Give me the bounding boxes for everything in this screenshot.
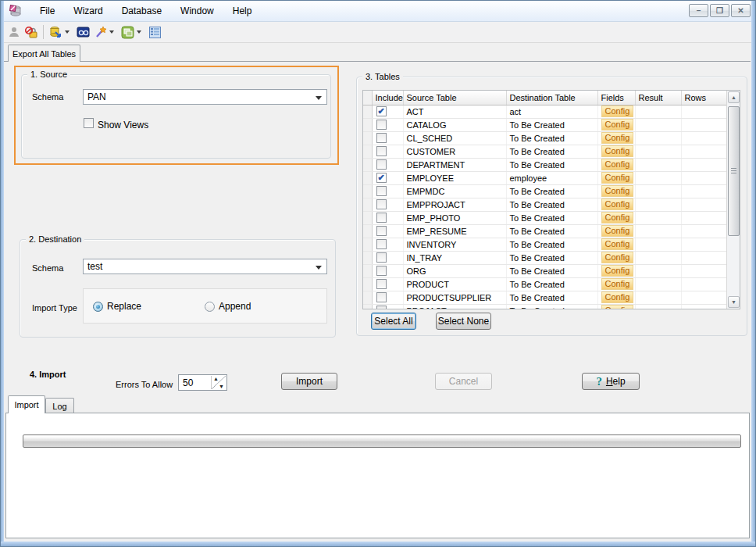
source-table-cell[interactable]: IN_TRAY — [403, 251, 506, 264]
config-button[interactable]: Config — [601, 105, 634, 117]
destination-table-cell[interactable]: To Be Created — [506, 198, 597, 211]
menu-item-wizard[interactable]: Wizard — [64, 1, 112, 21]
config-button[interactable]: Config — [601, 145, 634, 157]
destination-table-cell[interactable]: To Be Created — [506, 118, 597, 131]
destination-table-cell[interactable]: To Be Created — [506, 145, 597, 158]
destination-table-cell[interactable]: To Be Created — [506, 304, 597, 309]
destination-table-cell[interactable]: To Be Created — [506, 238, 597, 251]
cancel-button[interactable]: Cancel — [435, 373, 492, 390]
menu-item-database[interactable]: Database — [112, 1, 171, 21]
config-button[interactable]: Config — [601, 238, 634, 250]
row-selector[interactable] — [363, 238, 372, 251]
destination-table-cell[interactable]: To Be Created — [506, 277, 597, 291]
config-button[interactable]: Config — [601, 305, 634, 309]
row-selector[interactable] — [363, 224, 372, 238]
col-source-table[interactable]: Source Table — [403, 91, 506, 105]
scroll-down-arrow-icon[interactable]: ▼ — [728, 296, 740, 308]
minimize-button[interactable]: – — [689, 4, 708, 17]
config-button[interactable]: Config — [601, 119, 634, 130]
include-checkbox[interactable]: ✔ — [376, 173, 387, 183]
include-checkbox[interactable] — [376, 252, 387, 263]
config-button[interactable]: Config — [601, 252, 634, 263]
source-table-cell[interactable]: DEPARTMENT — [403, 158, 506, 171]
col-rows[interactable]: Rows — [681, 91, 727, 105]
include-checkbox[interactable] — [376, 292, 387, 302]
row-selector[interactable] — [363, 158, 372, 171]
col-include[interactable]: Include — [372, 91, 403, 105]
export-database-icon[interactable] — [47, 23, 64, 41]
destination-table-cell[interactable]: To Be Created — [506, 184, 597, 198]
source-table-cell[interactable]: INVENTORY — [403, 238, 506, 251]
source-table-cell[interactable]: ORG — [403, 264, 506, 277]
include-checkbox[interactable] — [376, 133, 387, 143]
config-button[interactable]: Config — [601, 265, 634, 277]
destination-schema-combobox[interactable]: test — [83, 259, 327, 274]
wizard-dropdown-arrow[interactable] — [109, 30, 114, 34]
config-button[interactable]: Config — [601, 172, 634, 184]
config-button[interactable]: Config — [601, 185, 634, 197]
row-selector[interactable] — [363, 131, 372, 145]
tab-import[interactable]: Import — [8, 395, 45, 413]
source-table-cell[interactable]: EMPPROJACT — [403, 198, 506, 211]
include-checkbox[interactable] — [376, 186, 387, 196]
include-checkbox[interactable] — [376, 159, 387, 170]
config-button[interactable]: Config — [601, 159, 634, 170]
destination-table-cell[interactable]: employee — [506, 171, 597, 184]
close-button[interactable]: ✕ — [731, 4, 751, 17]
append-radio[interactable]: Append — [205, 301, 251, 312]
col-result[interactable]: Result — [635, 91, 681, 105]
row-selector[interactable] — [363, 264, 372, 277]
select-none-button[interactable]: Select None — [436, 313, 491, 330]
source-table-cell[interactable]: EMP_RESUME — [403, 224, 506, 238]
tab-export-all-tables[interactable]: Export All Tables — [8, 45, 80, 62]
help-button[interactable]: ? Help — [582, 373, 640, 390]
row-selector[interactable] — [363, 277, 372, 291]
grid-list-icon[interactable] — [146, 23, 163, 41]
include-checkbox[interactable] — [376, 239, 387, 249]
include-checkbox[interactable] — [376, 146, 387, 156]
sql-monitor-icon[interactable] — [74, 23, 91, 41]
include-checkbox[interactable] — [376, 279, 387, 289]
include-checkbox[interactable] — [376, 120, 387, 130]
export-dropdown-arrow[interactable] — [65, 30, 70, 34]
col-fields[interactable]: Fields — [597, 91, 635, 105]
include-checkbox[interactable] — [376, 306, 387, 309]
row-selector[interactable] — [363, 198, 372, 211]
source-table-cell[interactable]: PRODUCT — [403, 277, 506, 291]
include-checkbox[interactable] — [376, 226, 387, 236]
include-checkbox[interactable] — [376, 266, 387, 276]
source-table-cell[interactable]: PROJACT — [403, 304, 506, 309]
source-table-cell[interactable]: CUSTOMER — [403, 145, 506, 158]
col-destination-table[interactable]: Destination Table — [506, 91, 597, 105]
source-table-cell[interactable]: CATALOG — [403, 118, 506, 131]
destination-table-cell[interactable]: To Be Created — [506, 224, 597, 238]
destination-table-cell[interactable]: To Be Created — [506, 251, 597, 264]
destination-table-cell[interactable]: To Be Created — [506, 291, 597, 304]
config-button[interactable]: Config — [601, 291, 634, 303]
select-all-button[interactable]: Select All — [371, 313, 416, 330]
config-button[interactable]: Config — [601, 212, 634, 223]
import-button[interactable]: Import — [281, 373, 337, 390]
row-selector[interactable] — [363, 171, 372, 184]
row-selector[interactable] — [363, 105, 372, 118]
spinner-updown-icon[interactable]: ▲▼ — [211, 376, 226, 389]
row-selector[interactable] — [363, 184, 372, 198]
destination-table-cell[interactable]: act — [506, 105, 597, 118]
scroll-up-arrow-icon[interactable]: ▲ — [728, 91, 740, 103]
config-button[interactable]: Config — [601, 225, 634, 237]
destination-table-cell[interactable]: To Be Created — [506, 264, 597, 277]
disconnect-lock-icon[interactable] — [23, 23, 40, 41]
menu-item-window[interactable]: Window — [171, 1, 223, 21]
source-table-cell[interactable]: PRODUCTSUPPLIER — [403, 291, 506, 304]
source-table-cell[interactable]: EMP_PHOTO — [403, 211, 506, 224]
source-table-cell[interactable]: ACT — [403, 105, 506, 118]
tab-log[interactable]: Log — [45, 398, 74, 413]
restore-button[interactable]: ❐ — [710, 4, 729, 17]
vertical-scrollbar[interactable]: ▲ ▼ — [726, 91, 740, 309]
row-selector[interactable] — [363, 145, 372, 158]
row-selector[interactable] — [363, 211, 372, 224]
menu-item-help[interactable]: Help — [223, 1, 262, 21]
replace-radio[interactable]: Replace — [93, 301, 141, 312]
row-selector[interactable] — [363, 251, 372, 264]
windows-cascade-icon[interactable] — [119, 23, 136, 41]
